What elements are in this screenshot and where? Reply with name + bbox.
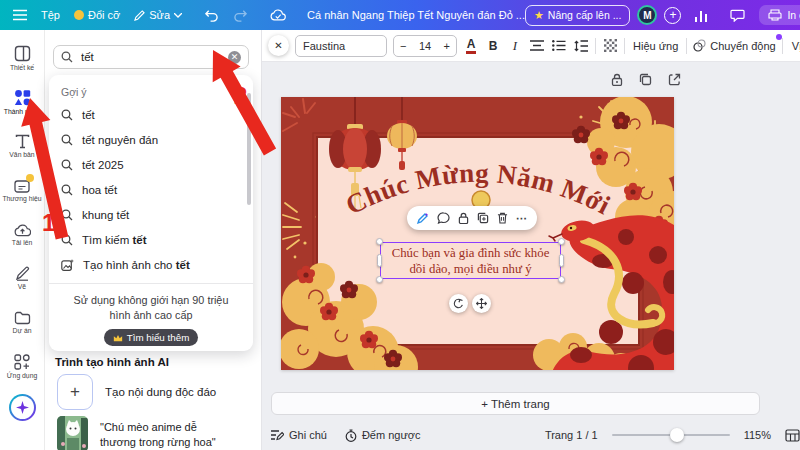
cat-image-thumbnail[interactable] <box>57 416 88 450</box>
text-icon <box>15 134 30 149</box>
alignment-button[interactable] <box>529 35 545 57</box>
export-page-button[interactable] <box>668 73 681 86</box>
rotate-handle[interactable] <box>449 294 468 313</box>
top-bar: Tệp Đổi cỡ Sửa Cá nhân Ngang Thiệp Tết N… <box>0 0 800 30</box>
italic-button[interactable]: I <box>507 35 523 57</box>
menu-file[interactable]: Tệp <box>41 9 60 21</box>
lock-element-button[interactable] <box>458 212 469 224</box>
text-color-button[interactable]: A <box>463 35 479 57</box>
suggestion-item[interactable]: tết nguyên đán <box>59 127 243 152</box>
search-icon <box>61 234 73 246</box>
search-for-item[interactable]: Tìm kiếm tết <box>59 227 243 252</box>
more-options-button[interactable]: ⋯ <box>516 215 528 221</box>
sidebar-item-design[interactable]: Thiết kế <box>0 36 45 80</box>
zoom-slider-thumb[interactable] <box>670 428 684 442</box>
menu-resize[interactable]: Đổi cỡ <box>74 9 120 21</box>
notes-icon <box>270 429 284 441</box>
canva-ai-button[interactable] <box>9 394 36 421</box>
transparency-icon <box>604 39 617 52</box>
undo-button[interactable] <box>204 9 219 22</box>
move-icon <box>476 298 487 309</box>
search-box[interactable]: ✕ <box>53 45 249 69</box>
suggestion-item[interactable]: tết 2025 <box>59 152 243 177</box>
resize-handle-ne[interactable] <box>558 238 565 245</box>
generate-image-item[interactable]: Tạo hình ảnh cho tết <box>59 252 243 277</box>
search-input[interactable] <box>79 50 222 64</box>
plus-icon[interactable]: + <box>57 374 93 410</box>
element-quick-toolbar: ⋯ <box>407 206 537 230</box>
close-toolbar-button[interactable]: ✕ <box>268 35 289 56</box>
sidebar-item-uploads[interactable]: Tải lên <box>0 212 45 256</box>
rotate-icon <box>453 298 464 309</box>
menu-edit[interactable]: Sửa <box>134 9 182 21</box>
undo-icon <box>204 9 219 22</box>
divider <box>686 38 687 54</box>
elements-icon <box>14 89 31 106</box>
lock-icon <box>458 212 469 224</box>
zoom-level[interactable]: 115% <box>744 429 771 441</box>
suggestions-header: Gợi ý <box>61 86 243 98</box>
save-status[interactable] <box>270 9 286 21</box>
sidebar-item-draw[interactable]: Vẽ <box>0 256 45 300</box>
font-selector[interactable]: Faustina <box>295 35 387 57</box>
page-indicator[interactable]: Trang 1 / 1 <box>545 429 598 441</box>
document-title[interactable]: Cá nhân Ngang Thiệp Tết Nguyên đán Đỏ ..… <box>307 9 525 21</box>
resize-handle-nw[interactable] <box>376 238 383 245</box>
clear-search-button[interactable]: ✕ <box>228 51 241 64</box>
notes-button[interactable]: Ghi chú <box>270 429 327 441</box>
font-size-stepper[interactable]: − 14 + <box>393 35 457 57</box>
comment-button[interactable] <box>437 212 450 224</box>
ai-sample-row[interactable]: "Chú mèo anime dễ thương trong rừng hoa" <box>57 416 230 450</box>
magic-write-button[interactable] <box>416 212 429 225</box>
font-size-decrease[interactable]: − <box>400 40 406 52</box>
printer-icon <box>768 9 782 21</box>
add-member-button[interactable]: + <box>664 7 681 24</box>
search-icon <box>61 51 73 63</box>
print-button[interactable]: In cùng Canva <box>759 5 800 25</box>
insights-button[interactable] <box>695 9 709 22</box>
spacing-button[interactable] <box>573 35 589 57</box>
selected-text-box[interactable]: Chúc bạn và gia đình sức khỏe dồi dào, m… <box>380 242 561 279</box>
suggestion-item[interactable]: hoa tết <box>59 177 243 202</box>
resize-handle-se[interactable] <box>558 276 565 283</box>
effects-button[interactable]: Hiệu ứng <box>631 35 680 57</box>
resize-handle-w[interactable] <box>377 254 382 267</box>
transparency-button[interactable] <box>602 35 618 57</box>
sidebar-item-elements[interactable]: Thành phần <box>0 80 45 124</box>
upgrade-button[interactable]: ★ Nâng cấp lên ... <box>525 5 630 26</box>
duplicate-page-button[interactable] <box>639 73 652 86</box>
sidebar-item-apps[interactable]: Ứng dụng <box>0 344 45 388</box>
list-button[interactable] <box>551 35 567 57</box>
animate-button[interactable]: Chuyển động <box>693 39 775 52</box>
learn-more-button[interactable]: Tìm hiểu thêm <box>104 329 199 346</box>
suggestion-item[interactable]: khung tết <box>59 202 243 227</box>
design-page[interactable]: Chúc Mừng Năm Mới Chúc bạn và gia đình s… <box>281 97 674 370</box>
card-body-line1: Chúc bạn và gia đình sức khỏe <box>381 245 560 261</box>
image-generate-icon <box>61 259 74 271</box>
sidebar-item-text[interactable]: Văn bản <box>0 124 45 168</box>
resize-handle-e[interactable] <box>559 254 564 267</box>
resize-handle-sw[interactable] <box>376 276 383 283</box>
suggestion-item[interactable]: tết <box>59 102 243 127</box>
sidebar-item-brand[interactable]: Thương hiệu <box>0 168 45 212</box>
delete-element-button[interactable] <box>497 212 508 224</box>
card-body-line2: dồi dào, mọi điều như ý <box>381 261 560 277</box>
bold-button[interactable]: B <box>485 35 501 57</box>
comments-button[interactable] <box>730 9 745 22</box>
font-size-increase[interactable]: + <box>444 40 450 52</box>
grid-view-button[interactable] <box>785 429 800 442</box>
move-handle[interactable] <box>472 294 491 313</box>
avatar[interactable]: M <box>637 5 657 25</box>
sidebar: Thiết kế Thành phần Văn bản Thương hiệu … <box>0 30 45 450</box>
duplicate-element-button[interactable] <box>477 212 489 224</box>
zoom-slider[interactable] <box>612 428 730 442</box>
ai-create-row[interactable]: + Tạo nội dung độc đáo <box>57 374 216 410</box>
position-button[interactable]: Vị <box>789 35 800 57</box>
dropdown-scrollbar[interactable] <box>247 93 251 205</box>
countdown-button[interactable]: Đếm ngược <box>345 429 421 442</box>
main-menu-button[interactable] <box>13 9 27 21</box>
lock-page-button[interactable] <box>611 73 623 86</box>
redo-button[interactable] <box>233 9 248 22</box>
sidebar-item-projects[interactable]: Dự án <box>0 300 45 344</box>
add-page-button[interactable]: + Thêm trang <box>271 392 760 415</box>
